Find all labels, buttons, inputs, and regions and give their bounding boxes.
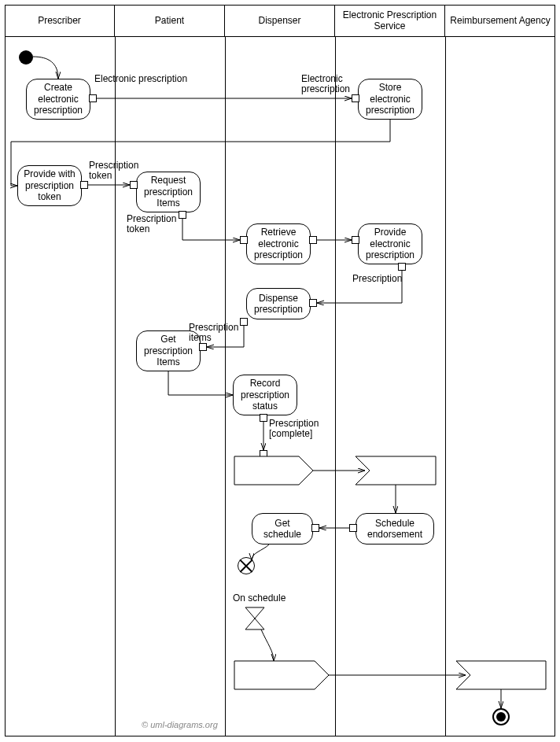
activity-label: Schedule endorsement [359,518,431,541]
edge-label: Prescription items [189,323,241,343]
swimlane-label: Prescriber [38,15,81,26]
pin [309,299,317,307]
signal-label: Dispense notification [241,461,299,482]
activity-label: Retrieve electronic prescription [249,227,308,260]
swimlane-label: Patient [155,15,184,26]
edge-label: Prescription [complete] [269,419,326,439]
pin [179,211,186,219]
edge-label: Electronic prescription [301,74,353,94]
pin [240,236,248,244]
pin [349,524,357,532]
pin [80,181,88,189]
activity-label: Create electronic prescription [29,82,87,116]
activity-provide-rx: Provide electronic prescription [358,223,422,264]
swimlane-header-patient: Patient [115,5,225,36]
pin [89,94,97,102]
pin [260,450,267,458]
activity-label: Record prescription status [236,378,294,412]
swimlane-label: Electronic Prescription Service [337,9,443,32]
flow-final-node [238,557,255,574]
activity-label: Store electronic prescription [361,82,419,116]
activity-record-status: Record prescription status [233,375,297,415]
lane-divider [115,36,116,736]
activity-create-rx: Create electronic prescription [26,79,90,120]
signal-label: Dispense notification [373,461,433,482]
edge-label: Prescription token [127,214,179,234]
activity-dispense-rx: Dispense prescription [246,288,311,319]
activity-label: Provide electronic prescription [361,227,419,260]
pin [398,263,406,271]
activity-label: Dispense prescription [249,293,308,316]
pin [352,236,359,244]
header-divider [5,36,555,37]
swimlane-header-eps: Electronic Prescription Service [335,5,445,36]
pin [311,524,319,532]
activity-final-node [492,708,510,725]
pin [240,318,248,326]
signal-label: Reimbursement endorsement [239,666,316,686]
pin [130,181,138,189]
edge-label: Prescription [352,274,402,284]
edge-label: Electronic prescription [94,74,187,84]
activity-label: Get schedule [255,518,310,541]
edge-label: Prescription token [89,161,141,181]
pin [199,343,207,351]
lane-divider [225,36,226,736]
swimlane-label: Reimbursement Agency [450,15,550,26]
activity-retrieve-rx: Retrieve electronic prescription [246,223,311,264]
activity-schedule-endorsement: Schedule endorsement [356,513,434,545]
activity-get-schedule: Get schedule [252,513,313,545]
pin [260,414,267,422]
initial-node [19,50,33,65]
activity-request-items: Request prescription Items [136,172,201,212]
pin [352,94,359,102]
copyright-label: © uml-diagrams.org [142,720,218,729]
lane-divider [445,36,446,736]
activity-diagram: Prescriber Patient Dispenser Electronic … [0,0,560,742]
activity-provide-token: Provide with prescription token [17,165,82,206]
activity-store-rx: Store electronic prescription [358,79,422,120]
signal-label: Reimbursement endorsement [473,666,544,686]
activity-final-inner [496,712,506,722]
swimlane-header-dispenser: Dispenser [225,5,335,36]
lane-divider [335,36,336,736]
pin [309,236,317,244]
activity-label: Request prescription Items [139,175,197,209]
swimlane-header-prescriber: Prescriber [5,5,115,36]
swimlane-label: Dispenser [258,15,300,26]
activity-label: Provide with prescription token [20,168,79,202]
time-event-label: On schedule [233,593,286,604]
swimlane-header-agency: Reimbursement Agency [445,5,555,36]
